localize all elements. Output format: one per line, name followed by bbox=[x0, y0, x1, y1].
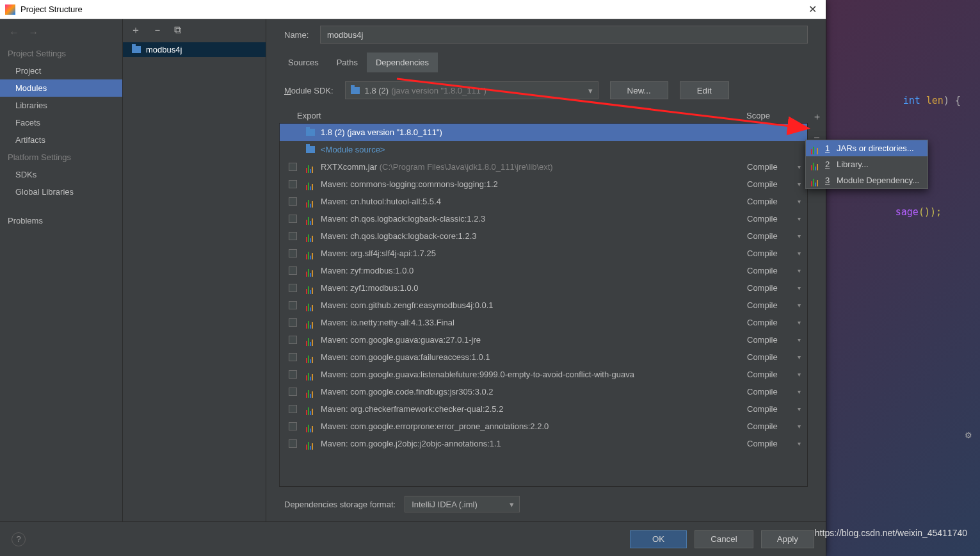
nav-category-project: Project Settings bbox=[0, 45, 122, 62]
dependency-label: Maven: zyf:modbus:1.0.0 bbox=[321, 266, 747, 275]
module-content: Name: Sources Paths Dependencies Module … bbox=[266, 19, 826, 521]
scope-combo[interactable]: Compile bbox=[747, 387, 807, 397]
nav-item-modules[interactable]: Modules bbox=[0, 79, 122, 97]
library-icon bbox=[306, 233, 315, 240]
export-checkbox[interactable] bbox=[289, 405, 297, 413]
dependency-row[interactable]: Maven: org.slf4j:slf4j-api:1.7.25Compile bbox=[280, 245, 807, 262]
dependency-row[interactable]: Maven: zyf:modbus:1.0.0Compile bbox=[280, 262, 807, 279]
scope-combo[interactable]: Compile bbox=[747, 214, 807, 224]
dependency-row[interactable]: Maven: com.google.j2objc:j2objc-annotati… bbox=[280, 435, 807, 452]
export-checkbox[interactable] bbox=[289, 197, 297, 206]
cancel-button[interactable]: Cancel bbox=[695, 530, 753, 548]
export-checkbox[interactable] bbox=[289, 163, 297, 171]
export-checkbox[interactable] bbox=[289, 266, 297, 275]
scope-combo[interactable]: Compile bbox=[747, 300, 807, 310]
export-checkbox[interactable] bbox=[289, 284, 297, 292]
scope-combo[interactable]: Compile bbox=[747, 162, 807, 172]
dependency-row[interactable]: Maven: cn.hutool:hutool-all:5.5.4Compile bbox=[280, 193, 807, 210]
popup-item[interactable]: 1JARs or directories... bbox=[806, 140, 928, 156]
apply-button[interactable]: Apply bbox=[761, 530, 814, 548]
popup-item[interactable]: 2Library... bbox=[806, 156, 928, 172]
scope-combo[interactable]: Compile bbox=[747, 197, 807, 206]
nav-item-sdks[interactable]: SDKs bbox=[0, 166, 122, 183]
nav-item-artifacts[interactable]: Artifacts bbox=[0, 131, 122, 149]
background-editor: int len) { sage()); ⚙ bbox=[826, 0, 980, 556]
nav-item-global-libraries[interactable]: Global Libraries bbox=[0, 183, 122, 200]
export-checkbox[interactable] bbox=[289, 318, 297, 327]
copy-module-icon[interactable]: ⧉ bbox=[174, 24, 181, 36]
export-checkbox[interactable] bbox=[289, 353, 297, 361]
scope-combo[interactable]: Compile bbox=[747, 231, 807, 241]
scope-combo[interactable]: Compile bbox=[747, 283, 807, 293]
popup-item[interactable]: 3Module Dependency... bbox=[806, 172, 928, 188]
dependency-label: Maven: cn.hutool:hutool-all:5.5.4 bbox=[321, 197, 747, 206]
scope-combo[interactable]: Compile bbox=[747, 249, 807, 258]
export-checkbox[interactable] bbox=[289, 388, 297, 396]
nav-item-libraries[interactable]: Libraries bbox=[0, 97, 122, 114]
export-checkbox[interactable] bbox=[289, 336, 297, 344]
dependency-row[interactable]: Maven: com.github.zengfr:easymodbus4j:0.… bbox=[280, 297, 807, 314]
gear-icon[interactable]: ⚙ bbox=[965, 430, 972, 440]
scope-combo[interactable]: Compile bbox=[747, 370, 807, 379]
add-dependency-popup[interactable]: 1JARs or directories...2Library...3Modul… bbox=[805, 140, 928, 189]
dependency-row[interactable]: RXTXcomm.jar (C:\Program Files\Java\jdk1… bbox=[280, 158, 807, 176]
sdk-new-button[interactable]: New... bbox=[610, 81, 668, 99]
export-checkbox[interactable] bbox=[289, 232, 297, 240]
dependency-label: Maven: ch.qos.logback:logback-core:1.2.3 bbox=[321, 231, 747, 241]
forward-icon[interactable]: → bbox=[28, 27, 38, 38]
scope-combo[interactable]: Compile bbox=[747, 404, 807, 414]
scope-combo[interactable]: Compile bbox=[747, 335, 807, 345]
dependency-row[interactable]: Maven: io.netty:netty-all:4.1.33.FinalCo… bbox=[280, 314, 807, 331]
jar-icon bbox=[306, 163, 315, 171]
tab-paths[interactable]: Paths bbox=[328, 53, 367, 72]
nav-item-problems[interactable]: Problems bbox=[0, 212, 122, 229]
scope-combo[interactable]: Compile bbox=[747, 352, 807, 362]
dependency-row[interactable]: Maven: ch.qos.logback:logback-core:1.2.3… bbox=[280, 227, 807, 245]
scope-combo[interactable]: Compile bbox=[747, 179, 807, 189]
dependency-row[interactable]: Maven: com.google.errorprone:error_prone… bbox=[280, 418, 807, 435]
export-checkbox[interactable] bbox=[289, 215, 297, 223]
dependency-row[interactable]: 1.8 (2) (java version "1.8.0_111") bbox=[280, 124, 807, 141]
dependency-row[interactable]: Maven: org.checkerframework:checker-qual… bbox=[280, 400, 807, 418]
header-export: Export bbox=[297, 108, 329, 123]
export-checkbox[interactable] bbox=[289, 301, 297, 309]
library-icon bbox=[306, 181, 315, 188]
nav-item-facets[interactable]: Facets bbox=[0, 114, 122, 131]
scope-combo[interactable]: Compile bbox=[747, 318, 807, 327]
remove-module-icon[interactable]: － bbox=[152, 24, 163, 37]
back-icon[interactable]: ← bbox=[9, 27, 19, 38]
dependency-row[interactable]: Maven: zyf1:modbus:1.0.0Compile bbox=[280, 279, 807, 297]
close-icon[interactable]: ✕ bbox=[805, 3, 821, 15]
module-sdk-combo[interactable]: 1.8 (2) (java version "1.8.0_111") bbox=[345, 81, 598, 99]
add-dependency-icon[interactable]: ＋ bbox=[812, 111, 822, 123]
scope-combo[interactable]: Compile bbox=[747, 266, 807, 275]
module-name-input[interactable] bbox=[320, 26, 808, 44]
dependency-row[interactable]: Maven: com.google.guava:listenablefuture… bbox=[280, 366, 807, 383]
scope-combo[interactable]: Compile bbox=[747, 439, 807, 448]
dependency-row[interactable]: Maven: ch.qos.logback:logback-classic:1.… bbox=[280, 210, 807, 227]
dependency-row[interactable]: Maven: com.google.guava:guava:27.0.1-jre… bbox=[280, 331, 807, 348]
dependency-label: Maven: io.netty:netty-all:4.1.33.Final bbox=[321, 318, 747, 327]
popup-item-label: JARs or directories... bbox=[837, 143, 914, 153]
ok-button[interactable]: OK bbox=[630, 530, 687, 548]
nav-item-project[interactable]: Project bbox=[0, 62, 122, 79]
module-tree-item[interactable]: modbus4j bbox=[123, 42, 266, 57]
export-checkbox[interactable] bbox=[289, 180, 297, 188]
dependency-row[interactable]: Maven: com.google.guava:failureaccess:1.… bbox=[280, 348, 807, 366]
scope-combo[interactable]: Compile bbox=[747, 421, 807, 431]
export-checkbox[interactable] bbox=[289, 439, 297, 448]
add-module-icon[interactable]: ＋ bbox=[131, 24, 141, 37]
sdk-edit-button[interactable]: Edit bbox=[680, 81, 729, 99]
export-checkbox[interactable] bbox=[289, 370, 297, 379]
storage-format-combo[interactable]: IntelliJ IDEA (.iml) bbox=[405, 496, 520, 512]
dependency-row[interactable]: <Module source> bbox=[280, 141, 807, 158]
export-checkbox[interactable] bbox=[289, 422, 297, 430]
popup-item-number: 3 bbox=[825, 176, 831, 185]
library-icon bbox=[306, 423, 315, 430]
export-checkbox[interactable] bbox=[289, 249, 297, 258]
help-icon[interactable]: ? bbox=[12, 532, 26, 546]
dependency-list[interactable]: 1.8 (2) (java version "1.8.0_111")<Modul… bbox=[279, 123, 808, 487]
tab-dependencies[interactable]: Dependencies bbox=[367, 53, 438, 72]
dependency-row[interactable]: Maven: com.google.code.findbugs:jsr305:3… bbox=[280, 383, 807, 400]
dependency-row[interactable]: Maven: commons-logging:commons-logging:1… bbox=[280, 176, 807, 193]
